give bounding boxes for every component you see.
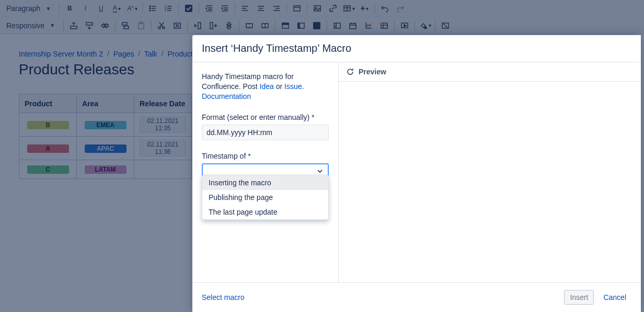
dropdown-option[interactable]: The last page update — [202, 205, 328, 219]
modal-footer: Select macro Insert Cancel — [192, 282, 641, 312]
documentation-link[interactable]: Documentation — [202, 92, 251, 101]
modal-title: Insert ‘Handy Timestamp’ Macro — [202, 42, 631, 54]
issue-link[interactable]: Issue — [284, 82, 302, 91]
timestamp-dropdown: Inserting the macro Publishing the page … — [202, 175, 329, 220]
modal-form-panel: Handy Timestamp macro for Confluence. Po… — [192, 62, 339, 282]
preview-label: Preview — [359, 68, 386, 76]
format-input[interactable] — [202, 125, 329, 140]
insert-macro-modal: Insert ‘Handy Timestamp’ Macro Handy Tim… — [192, 35, 641, 312]
cancel-button[interactable]: Cancel — [598, 291, 631, 304]
chevron-down-icon — [316, 168, 324, 175]
insert-button[interactable]: Insert — [564, 290, 594, 305]
refresh-icon[interactable] — [346, 68, 354, 76]
idea-link[interactable]: Idea — [260, 82, 274, 91]
macro-description: Handy Timestamp macro for Confluence. Po… — [202, 72, 329, 102]
modal-preview-panel: Preview — [339, 62, 641, 282]
format-label: Format (select or enter manually) * — [202, 113, 329, 121]
select-macro-link[interactable]: Select macro — [202, 293, 245, 302]
dropdown-option[interactable]: Publishing the page — [202, 190, 328, 205]
modal-header: Insert ‘Handy Timestamp’ Macro — [192, 35, 641, 62]
dropdown-option[interactable]: Inserting the macro — [202, 175, 328, 190]
timestamp-label: Timestamp of * — [202, 152, 329, 160]
